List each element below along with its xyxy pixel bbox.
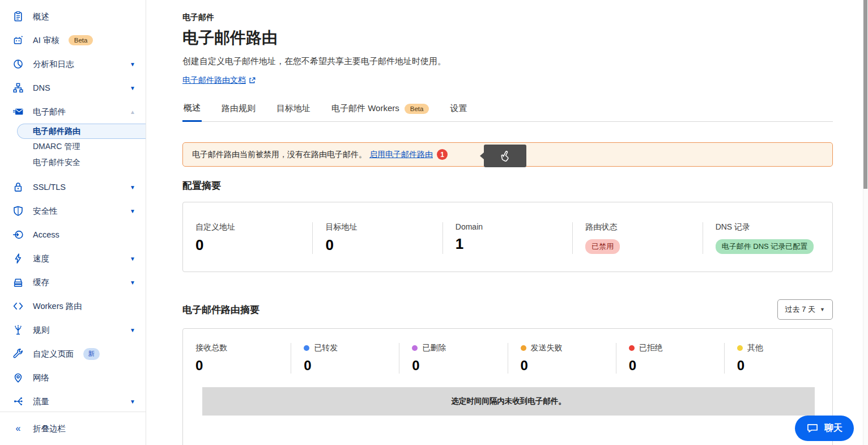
banner-text: 电子邮件路由当前被禁用，没有在路由电子邮件。 (192, 150, 367, 160)
config-summary-card: 自定义地址 0 目标地址 0 Domain 1 路由状态 已禁用 DNS 记录 … (182, 202, 833, 272)
tab-routing-rules[interactable]: 路由规则 (220, 97, 257, 121)
stat-label: 接收总数 (195, 343, 227, 353)
routing-summary-heading: 电子邮件路由摘要 (182, 303, 259, 316)
sidebar-item-label: 规则 (33, 325, 49, 336)
clipboard-icon (12, 11, 24, 22)
status-badge-dns-configured: 电子邮件 DNS 记录已配置 (716, 239, 814, 254)
empty-state-message: 选定时间间隔内未收到电子邮件。 (202, 387, 815, 416)
stat-label: 已转发 (314, 343, 338, 353)
config-value: 0 (325, 236, 432, 254)
sidebar-item-label: Workers 路由 (33, 301, 82, 312)
sidebar-item-label: 速度 (33, 253, 49, 264)
breadcrumb-eyebrow: 电子邮件 (182, 12, 833, 23)
stat-delivery-failed: 发送失败 0 (508, 343, 616, 374)
sidebar-subitem-email-routing[interactable]: 电子邮件路由 (17, 124, 146, 139)
tab-label: 路由规则 (222, 103, 256, 114)
config-col-custom-addresses: 自定义地址 0 (183, 222, 312, 254)
time-range-label: 过去 7 天 (785, 304, 815, 315)
cache-stack-icon (12, 277, 24, 288)
stat-value: 0 (195, 358, 280, 374)
sidebar-item-rules[interactable]: 规则 ▼ (0, 318, 146, 342)
tab-bar: 概述 路由规则 目标地址 电子邮件 Workers Beta 设置 (182, 97, 833, 122)
beta-badge: Beta (69, 35, 93, 45)
chevron-down-icon: ▼ (130, 184, 135, 190)
stat-label: 已拒绝 (639, 343, 663, 353)
sidebar-item-label: SSL/TLS (33, 183, 66, 192)
config-value: 0 (195, 236, 302, 254)
wrench-icon (12, 348, 24, 359)
sidebar-item-cache[interactable]: 缓存 ▼ (0, 270, 146, 294)
routing-summary-header: 电子邮件路由摘要 过去 7 天 ▼ (182, 299, 833, 320)
tab-overview[interactable]: 概述 (182, 97, 202, 122)
sidebar-item-access[interactable]: Access (0, 223, 146, 247)
sidebar: 概述 AI 审核 Beta 分析和日志 ▼ DNS ▼ 电子邮件 ▲ 电子邮件路… (0, 0, 146, 445)
stat-rejected: 已拒绝 0 (616, 343, 724, 374)
sidebar-item-speed[interactable]: 速度 ▼ (0, 247, 146, 270)
stat-label: 其他 (747, 343, 763, 353)
chevron-down-icon: ▼ (820, 307, 825, 312)
robot-icon (12, 35, 24, 46)
sidebar-item-analytics[interactable]: 分析和日志 ▼ (0, 52, 146, 76)
chat-button[interactable]: 聊天 (795, 416, 854, 441)
tab-settings[interactable]: 设置 (449, 97, 468, 121)
sidebar-item-label: 电子邮件 (33, 107, 66, 117)
shield-icon (12, 205, 24, 217)
stat-value: 0 (412, 358, 497, 374)
config-label: 路由状态 (585, 222, 692, 232)
sidebar-item-email[interactable]: 电子邮件 ▲ (0, 100, 146, 124)
sidebar-item-security[interactable]: 安全性 ▼ (0, 199, 146, 223)
sidebar-item-network[interactable]: 网络 (0, 366, 146, 389)
sidebar-subitem-label: 电子邮件路由 (33, 126, 80, 137)
map-pin-icon (12, 372, 24, 383)
tab-email-workers[interactable]: 电子邮件 Workers Beta (330, 97, 430, 121)
branch-share-icon (12, 396, 24, 407)
sidebar-subitem-label: DMARC 管理 (33, 142, 80, 152)
collapse-sidebar-label: 折叠边栏 (33, 423, 66, 434)
sidebar-item-label: 网络 (33, 372, 49, 383)
code-brackets-icon (12, 300, 24, 312)
sidebar-item-label: 流量 (33, 396, 49, 407)
sidebar-item-overview[interactable]: 概述 (0, 5, 146, 28)
beta-badge: Beta (405, 104, 429, 114)
chat-bubble-icon (806, 423, 819, 434)
scrollbar-thumb[interactable] (863, 0, 867, 189)
tab-label: 目标地址 (276, 103, 310, 114)
config-label: DNS 记录 (716, 222, 822, 232)
config-col-dns-records: DNS 记录 电子邮件 DNS 记录已配置 (703, 222, 832, 254)
stat-value: 0 (521, 358, 606, 374)
chat-button-label: 聊天 (824, 422, 843, 434)
sidebar-item-label: 缓存 (33, 277, 49, 288)
sidebar-subitem-label: 电子邮件安全 (33, 158, 80, 168)
stat-dropped: 已删除 0 (399, 343, 507, 374)
hand-cursor-icon (496, 146, 515, 166)
chevron-down-icon: ▼ (130, 256, 135, 262)
new-badge: 新 (83, 348, 100, 360)
status-badge-disabled: 已禁用 (585, 239, 620, 254)
stat-value: 0 (737, 358, 822, 374)
stat-value: 0 (304, 358, 389, 374)
sidebar-item-traffic[interactable]: 流量 ▼ (0, 389, 146, 413)
pie-chart-icon (12, 58, 24, 70)
collapse-sidebar-button[interactable]: « 折叠边栏 (0, 415, 146, 442)
lightning-bolt-icon (12, 253, 24, 264)
config-summary-heading: 配置摘要 (182, 179, 833, 192)
sidebar-item-custom-pages[interactable]: 自定义页面 新 (0, 342, 146, 366)
enable-email-routing-link[interactable]: 启用电子邮件路由 (369, 150, 433, 160)
config-col-routing-status: 路由状态 已禁用 (572, 222, 702, 254)
email-routing-disabled-banner: 电子邮件路由当前被禁用，没有在路由电子邮件。 启用电子邮件路由 1 (182, 142, 833, 167)
time-range-dropdown[interactable]: 过去 7 天 ▼ (777, 299, 833, 320)
page-scrollbar (863, 0, 868, 445)
sidebar-item-label: 概述 (33, 11, 49, 22)
sidebar-subitem-email-security[interactable]: 电子邮件安全 (0, 155, 146, 171)
email-routing-docs-link[interactable]: 电子邮件路由文档 (182, 75, 256, 86)
sidebar-item-ssl-tls[interactable]: SSL/TLS ▼ (0, 175, 146, 199)
chevron-down-icon: ▼ (130, 61, 135, 67)
sidebar-item-ai-audit[interactable]: AI 审核 Beta (0, 28, 146, 52)
other-dot (737, 345, 743, 351)
tab-destination-addresses[interactable]: 目标地址 (275, 97, 312, 121)
sidebar-item-workers-routes[interactable]: Workers 路由 (0, 294, 146, 318)
sidebar-item-dns[interactable]: DNS ▼ (0, 76, 146, 100)
stat-forwarded: 已转发 0 (291, 343, 399, 374)
sidebar-subitem-dmarc[interactable]: DMARC 管理 (0, 139, 146, 155)
config-label: 自定义地址 (195, 222, 302, 232)
